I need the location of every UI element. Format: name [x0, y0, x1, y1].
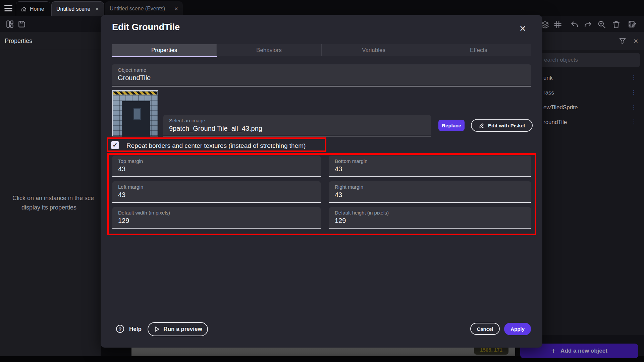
- empty-selection-message-line1: Click on an instance in the sce: [12, 195, 94, 202]
- panel-divider: [0, 49, 101, 49]
- tab-behaviors[interactable]: Behaviors: [217, 44, 321, 56]
- edit-with-piskel-button[interactable]: Edit with Piskel: [471, 119, 533, 132]
- tab-variables[interactable]: Variables: [322, 44, 426, 56]
- field-value: 43: [118, 165, 125, 173]
- cancel-button[interactable]: Cancel: [470, 323, 500, 335]
- active-tab-indicator: [112, 56, 217, 57]
- app-root: Home Untitled scene ✕ Untitled scene (Ev…: [0, 0, 644, 362]
- properties-panel-title: Properties: [5, 38, 32, 45]
- pencil-icon: [479, 122, 485, 128]
- top-tab-bar: Home Untitled scene ✕ Untitled scene (Ev…: [0, 0, 644, 16]
- check-icon: ✓: [112, 141, 117, 149]
- tab-home-label: Home: [30, 6, 44, 12]
- tab-effects[interactable]: Effects: [426, 44, 531, 56]
- add-new-object-label: Add a new object: [560, 348, 607, 354]
- object-name: unk: [543, 75, 552, 81]
- scene-canvas-edge: [131, 348, 515, 356]
- close-panel-icon[interactable]: ✕: [633, 38, 638, 45]
- top-margin-field[interactable]: Top margin 43: [112, 156, 321, 177]
- hazard-stripe: [113, 92, 157, 95]
- dialog-tab-bar: Properties Behaviors Variables Effects: [112, 44, 531, 56]
- tab-properties[interactable]: Properties: [112, 44, 217, 56]
- left-margin-field[interactable]: Left margin 43: [112, 181, 321, 203]
- kebab-menu-icon[interactable]: ⋮: [631, 118, 637, 125]
- repeat-borders-label: Repeat borders and center textures (inst…: [126, 142, 306, 149]
- default-height-field[interactable]: Default height (in pixels) 129: [329, 207, 531, 229]
- help-icon[interactable]: ?: [116, 325, 124, 333]
- objects-panel: ✕ earch objects unk ⋮ rass ⋮ ewTiledSpri…: [542, 32, 644, 362]
- dialog-close-icon[interactable]: ✕: [519, 24, 526, 34]
- redo-icon[interactable]: [584, 20, 592, 29]
- zoom-in-icon[interactable]: [597, 20, 606, 29]
- object-name: rass: [543, 89, 554, 96]
- sprite-thumbnail[interactable]: [112, 90, 158, 136]
- field-value: 43: [335, 165, 342, 173]
- cancel-label: Cancel: [477, 326, 493, 332]
- field-value: 43: [118, 191, 125, 199]
- replace-button[interactable]: Replace: [438, 120, 465, 131]
- hamburger-menu-icon[interactable]: [4, 5, 12, 11]
- filter-funnel-icon[interactable]: [619, 37, 626, 45]
- object-name-field[interactable]: Object name GroundTile: [112, 64, 531, 86]
- bottom-margin-field[interactable]: Bottom margin 43: [329, 156, 531, 177]
- object-name: roundTile: [543, 119, 567, 126]
- apply-label: Apply: [511, 326, 525, 332]
- tab-home[interactable]: Home: [16, 1, 50, 16]
- edit-object-dialog: Edit GroundTile ✕ Properties Behaviors V…: [101, 15, 542, 348]
- trash-icon[interactable]: [612, 20, 621, 29]
- select-image-label: Select an image: [169, 118, 205, 123]
- properties-panel: Properties Click on an instance in the s…: [0, 32, 101, 356]
- object-list-item[interactable]: rass ⋮: [542, 85, 644, 100]
- select-image-field[interactable]: Select an image 9patch_Ground Tile_all_4…: [163, 115, 431, 136]
- tab-scene-label: Untitled scene: [56, 6, 90, 12]
- dialog-title: Edit GroundTile: [112, 22, 180, 33]
- kebab-menu-icon[interactable]: ⋮: [631, 89, 637, 96]
- object-list-item[interactable]: unk ⋮: [542, 70, 644, 85]
- field-label: Right margin: [335, 184, 363, 190]
- help-label[interactable]: Help: [129, 326, 142, 333]
- object-list-item[interactable]: ewTiledSprite ⋮: [542, 100, 644, 115]
- default-width-field[interactable]: Default width (in pixels) 129: [112, 207, 321, 229]
- repeat-borders-checkbox[interactable]: ✓: [111, 141, 119, 149]
- field-value: 43: [335, 191, 342, 199]
- plus-icon: +: [551, 346, 556, 356]
- right-margin-field[interactable]: Right margin 43: [329, 181, 531, 203]
- field-label: Bottom margin: [335, 158, 368, 164]
- scene-properties-edit-icon[interactable]: [628, 20, 637, 28]
- kebab-menu-icon[interactable]: ⋮: [631, 74, 637, 81]
- object-name-value: GroundTile: [118, 74, 151, 82]
- tab-events-label: Untitled scene (Events): [110, 6, 165, 12]
- kebab-menu-icon[interactable]: ⋮: [631, 104, 637, 111]
- run-preview-button[interactable]: Run a preview: [148, 322, 208, 336]
- play-icon: [153, 326, 160, 333]
- tab-untitled-scene[interactable]: Untitled scene ✕: [51, 1, 104, 16]
- field-label: Left margin: [118, 184, 143, 190]
- image-filename-value: 9patch_Ground Tile_all_43.png: [169, 125, 262, 132]
- empty-selection-message-line2: display its properties: [21, 204, 76, 211]
- field-label: Default width (in pixels): [118, 210, 170, 216]
- grid-icon[interactable]: [553, 20, 562, 29]
- panels-layout-icon[interactable]: [5, 20, 14, 28]
- object-name-label: Object name: [118, 67, 146, 73]
- object-name: ewTiledSprite: [543, 104, 578, 111]
- close-tab-icon[interactable]: ✕: [174, 6, 178, 11]
- home-icon: [21, 6, 27, 12]
- objects-panel-header: ✕: [542, 32, 644, 50]
- stone-detail: [133, 108, 141, 120]
- field-label: Default height (in pixels): [335, 210, 389, 216]
- run-preview-label: Run a preview: [163, 326, 202, 333]
- save-icon[interactable]: [17, 20, 26, 28]
- object-list-item[interactable]: roundTile ⋮: [542, 115, 644, 129]
- edit-with-piskel-label: Edit with Piskel: [488, 123, 525, 128]
- field-value: 129: [118, 217, 129, 225]
- field-label: Top margin: [118, 158, 143, 164]
- apply-button[interactable]: Apply: [504, 323, 531, 335]
- search-placeholder: earch objects: [544, 57, 578, 63]
- question-mark: ?: [118, 326, 121, 332]
- undo-icon[interactable]: [570, 20, 579, 29]
- tab-untitled-scene-events[interactable]: Untitled scene (Events) ✕: [105, 1, 183, 16]
- field-value: 129: [335, 217, 346, 225]
- replace-label: Replace: [442, 123, 461, 128]
- close-tab-icon[interactable]: ✕: [95, 6, 99, 12]
